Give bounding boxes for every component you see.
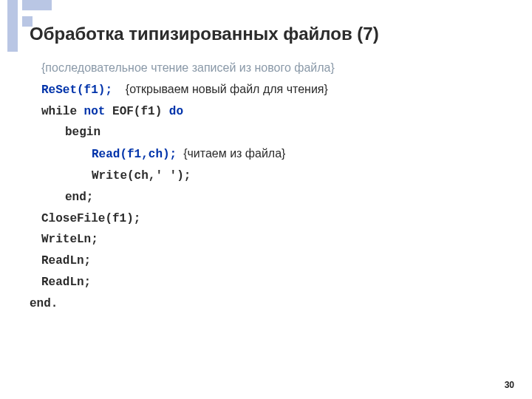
code-end-inner: end; <box>65 187 508 208</box>
code-readln1: ReadLn; <box>41 250 508 272</box>
code-writeln: WriteLn; <box>41 229 508 250</box>
code-write: Write(ch,' '); <box>92 166 508 187</box>
code-read-comment: {читаем из файла} <box>180 147 286 160</box>
page-number: 30 <box>505 380 514 390</box>
code-begin: begin <box>65 122 508 143</box>
code-while: while not EOF(f1) do <box>41 101 508 123</box>
code-block: {последовательное чтение записей из ново… <box>30 58 508 315</box>
code-reset-comment: {открываем новый файл для чтения} <box>115 83 327 95</box>
code-read: Read(f1,ch); <box>92 148 177 161</box>
top-comment: {последовательное чтение записей из ново… <box>41 58 508 79</box>
code-closefile: CloseFile(f1); <box>41 208 508 230</box>
code-end: end. <box>30 293 508 315</box>
page-title: Обработка типизированных файлов (7) <box>30 24 379 44</box>
code-readln2: ReadLn; <box>41 272 508 293</box>
code-reset: ReSet(f1); <box>41 83 112 97</box>
